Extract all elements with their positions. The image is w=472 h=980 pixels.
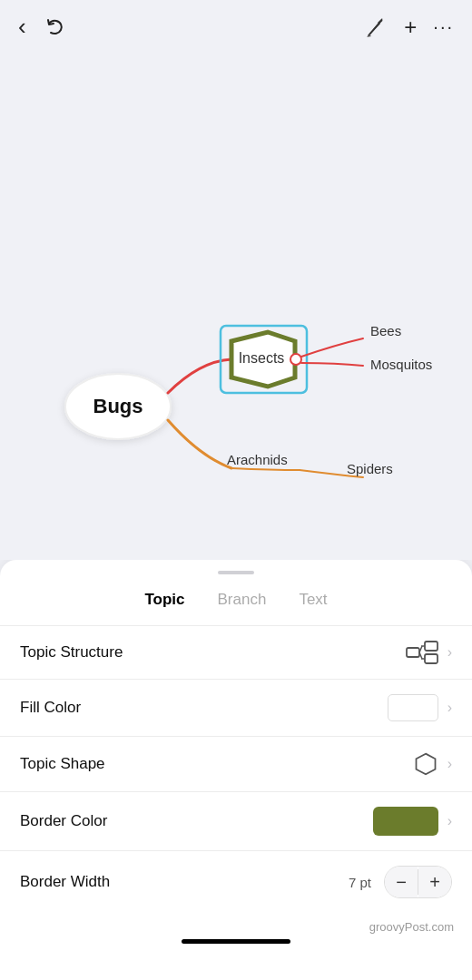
- svg-text:Mosquitos: Mosquitos: [370, 357, 432, 372]
- mindmap-svg: Bugs Insects Bees Mosquitos Arachnids Sp…: [0, 54, 472, 560]
- svg-marker-18: [416, 754, 435, 775]
- fill-color-row[interactable]: Fill Color ›: [0, 680, 472, 737]
- fill-color-right: ›: [388, 694, 452, 721]
- border-width-row: Border Width 7 pt − +: [0, 851, 472, 913]
- topbar-left: ‹: [18, 13, 66, 41]
- brand-label: groovyPost.com: [369, 920, 454, 934]
- back-button[interactable]: ‹: [18, 13, 26, 41]
- border-color-label: Border Color: [20, 812, 107, 830]
- topic-shape-label: Topic Shape: [20, 755, 105, 773]
- topic-structure-label: Topic Structure: [20, 643, 123, 662]
- border-width-stepper: − +: [384, 866, 452, 898]
- border-color-chevron: ›: [447, 813, 452, 829]
- topic-shape-chevron: ›: [447, 756, 452, 772]
- svg-rect-11: [407, 648, 419, 657]
- tab-branch[interactable]: Branch: [218, 587, 267, 612]
- svg-text:Bees: Bees: [370, 323, 401, 338]
- svg-text:Insects: Insects: [239, 350, 285, 366]
- home-bar: groovyPost.com: [0, 913, 472, 953]
- border-color-swatch: [373, 807, 438, 836]
- border-width-increase[interactable]: +: [418, 867, 451, 897]
- undo-button[interactable]: [43, 15, 66, 39]
- bottom-panel: Topic Branch Text Topic Structure ›: [0, 560, 472, 980]
- border-width-decrease[interactable]: −: [385, 867, 418, 897]
- drag-handle-bar: [218, 571, 254, 574]
- border-width-right: 7 pt − +: [349, 866, 452, 898]
- fill-color-label: Fill Color: [20, 699, 81, 717]
- svg-rect-12: [425, 642, 438, 651]
- tab-text[interactable]: Text: [299, 587, 327, 612]
- home-indicator: [182, 939, 290, 944]
- tabs-bar: Topic Branch Text: [0, 582, 472, 626]
- settings-list: Topic Structure › Fill Color ›: [0, 626, 472, 913]
- canvas-area[interactable]: Bugs Insects Bees Mosquitos Arachnids Sp…: [0, 54, 472, 560]
- topic-structure-right: ›: [406, 641, 452, 664]
- topbar: ‹ + ···: [0, 0, 472, 54]
- border-width-label: Border Width: [20, 873, 110, 891]
- topic-shape-hex-icon: [413, 751, 438, 777]
- svg-point-6: [290, 354, 301, 365]
- drag-handle: [0, 560, 472, 582]
- svg-rect-13: [425, 654, 438, 663]
- topic-shape-row[interactable]: Topic Shape ›: [0, 737, 472, 792]
- tool-button[interactable]: [362, 15, 388, 40]
- tab-topic[interactable]: Topic: [144, 587, 184, 612]
- topic-structure-chevron: ›: [447, 644, 452, 661]
- svg-text:Arachnids: Arachnids: [227, 452, 288, 467]
- topic-shape-right: ›: [413, 751, 452, 777]
- svg-text:Spiders: Spiders: [347, 461, 393, 476]
- svg-line-0: [369, 24, 379, 35]
- topic-structure-row[interactable]: Topic Structure ›: [0, 626, 472, 680]
- structure-icon: [406, 641, 438, 664]
- border-width-value: 7 pt: [349, 875, 371, 890]
- add-button[interactable]: +: [404, 15, 417, 40]
- svg-text:Bugs: Bugs: [93, 395, 143, 417]
- topbar-right: + ···: [362, 15, 454, 40]
- more-button[interactable]: ···: [433, 16, 454, 37]
- border-color-row[interactable]: Border Color ›: [0, 792, 472, 851]
- fill-color-swatch: [388, 694, 438, 721]
- border-color-right: ›: [373, 807, 452, 836]
- fill-color-chevron: ›: [447, 700, 452, 716]
